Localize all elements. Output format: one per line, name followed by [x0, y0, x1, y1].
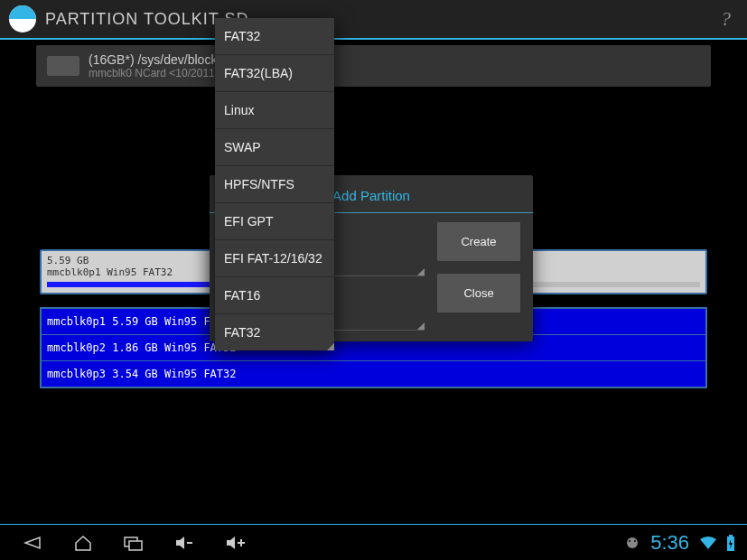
chevron-down-icon	[417, 322, 425, 330]
svg-point-6	[629, 540, 630, 542]
close-button[interactable]: Close	[437, 274, 520, 313]
home-button[interactable]	[58, 534, 108, 552]
device-line2: mmcblk0 NCard <10/2011>	[89, 67, 228, 79]
menu-item[interactable]: Linux	[215, 92, 334, 129]
fs-type-menu: FAT32 FAT32(LBA) Linux SWAP HPFS/NTFS EF…	[215, 18, 334, 350]
menu-item[interactable]: FAT32	[215, 314, 334, 350]
recent-button[interactable]	[108, 534, 159, 552]
menu-item[interactable]: FAT16	[215, 277, 334, 314]
back-button[interactable]	[7, 534, 58, 552]
svg-rect-9	[729, 535, 733, 537]
disk-icon	[47, 56, 79, 76]
list-item[interactable]: mmcblk0p3 3.54 GB Win95 FAT32	[42, 361, 705, 387]
menu-item[interactable]: HPFS/NTFS	[215, 166, 334, 203]
menu-item-label: FAT32	[224, 325, 260, 340]
svg-point-7	[634, 540, 636, 542]
nav-bar: 5:36	[0, 524, 747, 560]
chevron-down-icon	[327, 343, 334, 350]
device-info[interactable]: (16GB*) /sys/dev/block/1 mmcblk0 NCard <…	[36, 45, 711, 87]
volume-down-button[interactable]	[159, 534, 210, 552]
svg-rect-4	[240, 539, 242, 546]
status-clock: 5:36	[650, 531, 689, 555]
help-icon[interactable]: ?	[714, 7, 738, 31]
create-button[interactable]: Create	[437, 222, 520, 261]
menu-item[interactable]: SWAP	[215, 129, 334, 166]
volume-up-button[interactable]	[210, 534, 260, 552]
menu-item[interactable]: FAT32(LBA)	[215, 55, 334, 92]
svg-rect-2	[187, 542, 192, 544]
app-bar: PARTITION TOOLKIT SD ?	[0, 0, 747, 40]
app-title: PARTITION TOOLKIT SD	[45, 10, 714, 29]
chevron-down-icon	[417, 268, 425, 275]
battery-icon	[725, 534, 736, 552]
menu-item[interactable]: EFI FAT-12/16/32	[215, 240, 334, 277]
android-icon	[623, 534, 641, 552]
device-text: (16GB*) /sys/dev/block/1 mmcblk0 NCard <…	[89, 52, 228, 79]
app-logo	[9, 5, 36, 33]
menu-item[interactable]: FAT32	[215, 18, 334, 55]
device-line1: (16GB*) /sys/dev/block/1	[89, 52, 228, 67]
wifi-icon	[698, 535, 718, 551]
menu-item[interactable]: EFI GPT	[215, 203, 334, 240]
svg-point-5	[627, 537, 638, 548]
svg-rect-1	[129, 541, 142, 550]
